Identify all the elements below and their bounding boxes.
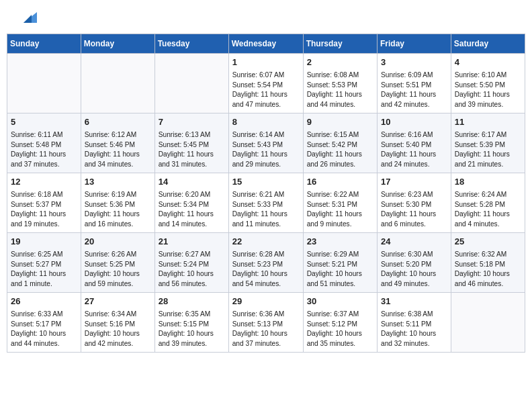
sunrise-text: Sunrise: 6:24 AM <box>455 191 507 198</box>
daylight-text: Daylight: 11 hours and 37 minutes. <box>11 150 66 168</box>
daylight-text: Daylight: 10 hours and 42 minutes. <box>85 330 140 347</box>
sunset-text: Sunset: 5:17 PM <box>11 320 61 328</box>
daylight-text: Daylight: 11 hours and 24 minutes. <box>381 150 436 168</box>
sunset-text: Sunset: 5:48 PM <box>11 141 61 148</box>
sunset-text: Sunset: 5:50 PM <box>455 81 505 89</box>
sunrise-text: Sunrise: 6:29 AM <box>307 250 359 258</box>
daylight-text: Daylight: 10 hours and 51 minutes. <box>307 270 362 287</box>
sunset-text: Sunset: 5:28 PM <box>455 201 505 208</box>
day-number: 30 <box>307 295 373 308</box>
day-number: 25 <box>455 236 521 248</box>
calendar-cell: 17Sunrise: 6:23 AMSunset: 5:30 PMDayligh… <box>378 173 451 232</box>
calendar-cell: 21Sunrise: 6:27 AMSunset: 5:24 PMDayligh… <box>154 232 228 292</box>
sunset-text: Sunset: 5:34 PM <box>159 201 209 208</box>
daylight-text: Daylight: 11 hours and 9 minutes. <box>307 210 362 228</box>
calendar-cell: 15Sunrise: 6:21 AMSunset: 5:33 PMDayligh… <box>228 173 303 232</box>
sunset-text: Sunset: 5:21 PM <box>307 261 357 268</box>
daylight-text: Daylight: 11 hours and 14 minutes. <box>159 210 214 228</box>
calendar-cell: 8Sunrise: 6:14 AMSunset: 5:43 PMDaylight… <box>228 113 303 173</box>
daylight-text: Daylight: 11 hours and 39 minutes. <box>455 91 510 108</box>
calendar-cell <box>81 54 154 113</box>
sunrise-text: Sunrise: 6:22 AM <box>307 191 359 198</box>
calendar-cell: 26Sunrise: 6:33 AMSunset: 5:17 PMDayligh… <box>7 292 81 352</box>
calendar-cell: 1Sunrise: 6:07 AMSunset: 5:54 PMDaylight… <box>228 54 303 113</box>
calendar-cell: 10Sunrise: 6:16 AMSunset: 5:40 PMDayligh… <box>378 113 451 173</box>
daylight-text: Daylight: 11 hours and 4 minutes. <box>455 210 510 228</box>
sunset-text: Sunset: 5:24 PM <box>159 261 209 268</box>
svg-marker-1 <box>24 15 32 23</box>
sunrise-text: Sunrise: 6:34 AM <box>85 310 137 318</box>
calendar-week-row: 1Sunrise: 6:07 AMSunset: 5:54 PMDaylight… <box>7 54 525 113</box>
day-number: 17 <box>381 176 447 189</box>
calendar-cell: 12Sunrise: 6:18 AMSunset: 5:37 PMDayligh… <box>7 173 81 232</box>
calendar-cell: 29Sunrise: 6:36 AMSunset: 5:13 PMDayligh… <box>228 292 303 352</box>
day-number: 29 <box>232 295 300 308</box>
sunset-text: Sunset: 5:23 PM <box>232 261 283 268</box>
calendar-week-row: 12Sunrise: 6:18 AMSunset: 5:37 PMDayligh… <box>7 173 525 232</box>
day-number: 9 <box>307 116 373 129</box>
day-number: 27 <box>85 295 151 308</box>
day-number: 6 <box>85 116 151 129</box>
calendar-cell: 24Sunrise: 6:30 AMSunset: 5:20 PMDayligh… <box>378 232 451 292</box>
daylight-text: Daylight: 10 hours and 56 minutes. <box>159 270 214 287</box>
sunset-text: Sunset: 5:12 PM <box>307 320 357 328</box>
daylight-text: Daylight: 11 hours and 29 minutes. <box>232 150 287 168</box>
day-number: 23 <box>307 236 373 248</box>
page: SundayMondayTuesdayWednesdayThursdayFrid… <box>0 0 532 411</box>
sunset-text: Sunset: 5:33 PM <box>232 201 283 208</box>
day-number: 12 <box>11 176 77 189</box>
sunset-text: Sunset: 5:54 PM <box>232 81 283 89</box>
col-header-wednesday: Wednesday <box>228 34 303 54</box>
daylight-text: Daylight: 11 hours and 47 minutes. <box>232 91 287 108</box>
daylight-text: Daylight: 10 hours and 46 minutes. <box>455 270 510 287</box>
day-number: 24 <box>381 236 447 248</box>
day-number: 15 <box>232 176 300 189</box>
sunrise-text: Sunrise: 6:11 AM <box>11 131 63 138</box>
sunset-text: Sunset: 5:45 PM <box>159 141 209 148</box>
day-number: 21 <box>159 236 225 248</box>
daylight-text: Daylight: 11 hours and 34 minutes. <box>85 150 140 168</box>
sunset-text: Sunset: 5:27 PM <box>11 261 61 268</box>
sunrise-text: Sunrise: 6:30 AM <box>381 250 433 258</box>
daylight-text: Daylight: 10 hours and 44 minutes. <box>11 330 66 347</box>
sunset-text: Sunset: 5:25 PM <box>85 261 135 268</box>
sunset-text: Sunset: 5:39 PM <box>455 141 505 148</box>
col-header-friday: Friday <box>378 34 451 54</box>
daylight-text: Daylight: 10 hours and 32 minutes. <box>381 330 436 347</box>
day-number: 5 <box>11 116 77 129</box>
calendar-cell: 18Sunrise: 6:24 AMSunset: 5:28 PMDayligh… <box>451 173 525 232</box>
sunrise-text: Sunrise: 6:10 AM <box>455 71 507 79</box>
calendar-cell <box>451 292 525 352</box>
calendar-cell: 25Sunrise: 6:32 AMSunset: 5:18 PMDayligh… <box>451 232 525 292</box>
daylight-text: Daylight: 11 hours and 44 minutes. <box>307 91 362 108</box>
day-number: 11 <box>455 116 521 129</box>
calendar-cell: 14Sunrise: 6:20 AMSunset: 5:34 PMDayligh… <box>154 173 228 232</box>
col-header-tuesday: Tuesday <box>154 34 228 54</box>
calendar-cell: 9Sunrise: 6:15 AMSunset: 5:42 PMDaylight… <box>303 113 377 173</box>
calendar-cell: 30Sunrise: 6:37 AMSunset: 5:12 PMDayligh… <box>303 292 377 352</box>
sunset-text: Sunset: 5:13 PM <box>232 320 283 328</box>
calendar-week-row: 19Sunrise: 6:25 AMSunset: 5:27 PMDayligh… <box>7 232 525 292</box>
daylight-text: Daylight: 11 hours and 31 minutes. <box>159 150 214 168</box>
sunset-text: Sunset: 5:46 PM <box>85 141 135 148</box>
sunrise-text: Sunrise: 6:18 AM <box>11 191 63 198</box>
daylight-text: Daylight: 11 hours and 6 minutes. <box>381 210 436 228</box>
sunrise-text: Sunrise: 6:07 AM <box>232 71 285 79</box>
calendar-cell <box>7 54 81 113</box>
col-header-monday: Monday <box>81 34 154 54</box>
calendar-cell: 27Sunrise: 6:34 AMSunset: 5:16 PMDayligh… <box>81 292 154 352</box>
calendar-cell: 5Sunrise: 6:11 AMSunset: 5:48 PMDaylight… <box>7 113 81 173</box>
day-number: 16 <box>307 176 373 189</box>
day-number: 19 <box>11 236 77 248</box>
day-number: 26 <box>11 295 77 308</box>
sunrise-text: Sunrise: 6:38 AM <box>381 310 433 318</box>
calendar-cell: 31Sunrise: 6:38 AMSunset: 5:11 PMDayligh… <box>378 292 451 352</box>
sunset-text: Sunset: 5:42 PM <box>307 141 357 148</box>
calendar-cell: 6Sunrise: 6:12 AMSunset: 5:46 PMDaylight… <box>81 113 154 173</box>
sunrise-text: Sunrise: 6:12 AM <box>85 131 137 138</box>
calendar-cell: 7Sunrise: 6:13 AMSunset: 5:45 PMDaylight… <box>154 113 228 173</box>
logo <box>16 12 37 28</box>
day-number: 2 <box>307 56 373 69</box>
sunset-text: Sunset: 5:16 PM <box>85 320 135 328</box>
calendar-week-row: 26Sunrise: 6:33 AMSunset: 5:17 PMDayligh… <box>7 292 525 352</box>
